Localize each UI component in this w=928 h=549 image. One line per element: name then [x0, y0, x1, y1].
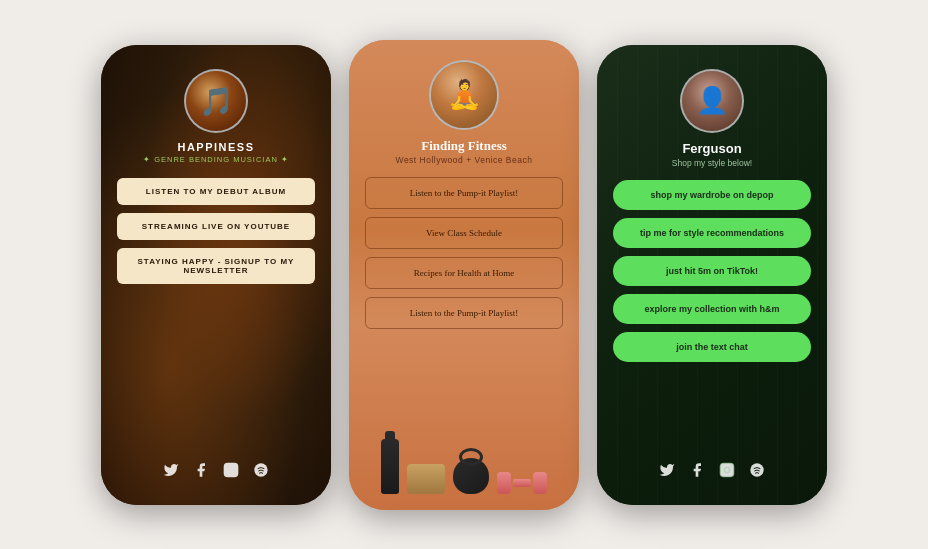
avatar	[184, 69, 248, 133]
instagram-icon[interactable]	[719, 462, 735, 481]
btn-playlist-1[interactable]: Listen to the Pump-it Playlist!	[365, 177, 563, 209]
wood-block	[407, 464, 445, 494]
btn-playlist-2[interactable]: Listen to the Pump-it Playlist!	[365, 297, 563, 329]
phones-container: HAPPINESS ✦ GENRE BENDING MUSICIAN ✦ LIS…	[81, 20, 847, 530]
profile-image: 🧘	[431, 62, 497, 128]
subtitle-text: GENRE BENDING MUSICIAN	[154, 155, 278, 164]
profile-subtitle: ✦ GENRE BENDING MUSICIAN ✦	[143, 155, 289, 164]
btn-tiktok[interactable]: just hit 5m on TikTok!	[613, 256, 811, 286]
dbell-plate-right	[533, 472, 547, 494]
profile-name: HAPPINESS	[177, 141, 254, 153]
phone-fashion: 👤 Ferguson Shop my style below! shop my …	[597, 45, 827, 505]
profile-name: Ferguson	[682, 141, 741, 156]
profile-name: Finding Fitness	[421, 138, 507, 154]
avatar: 👤	[680, 69, 744, 133]
profile-subtitle: Shop my style below!	[672, 158, 752, 168]
fitness-image-area	[365, 374, 563, 494]
phone-music: HAPPINESS ✦ GENRE BENDING MUSICIAN ✦ LIS…	[101, 45, 331, 505]
phone-2-content: 🧘 Finding Fitness West Hollywood + Venic…	[349, 40, 579, 510]
svg-point-2	[234, 465, 235, 466]
twitter-icon[interactable]	[659, 462, 675, 481]
facebook-icon[interactable]	[689, 462, 705, 481]
svg-point-5	[724, 467, 729, 472]
profile-image: 👤	[682, 71, 742, 131]
svg-point-1	[228, 467, 233, 472]
profile-subtitle: West Hollywood + Venice Beach	[396, 155, 533, 165]
deco-left: ✦	[143, 155, 151, 164]
kettlebell	[453, 458, 489, 494]
dbell-bar	[513, 479, 531, 487]
btn-debut-album[interactable]: LISTEN TO MY DEBUT ALBUM	[117, 178, 315, 205]
avatar: 🧘	[429, 60, 499, 130]
btn-streaming[interactable]: STREAMING LIVE ON YOUTUBE	[117, 213, 315, 240]
instagram-icon[interactable]	[223, 462, 239, 481]
twitter-icon[interactable]	[163, 462, 179, 481]
phone-1-content: HAPPINESS ✦ GENRE BENDING MUSICIAN ✦ LIS…	[101, 45, 331, 505]
spotify-icon[interactable]	[749, 462, 765, 481]
social-icons	[163, 462, 269, 489]
profile-image	[186, 71, 246, 131]
phone-fitness: 🧘 Finding Fitness West Hollywood + Venic…	[349, 40, 579, 510]
fitness-items	[381, 439, 547, 494]
btn-recipes[interactable]: Recipes for Health at Home	[365, 257, 563, 289]
facebook-icon[interactable]	[193, 462, 209, 481]
btn-depop[interactable]: shop my wardrobe on depop	[613, 180, 811, 210]
btn-tip[interactable]: tip me for style recommendations	[613, 218, 811, 248]
water-bottle	[381, 439, 399, 494]
btn-hm[interactable]: explore my collection with h&m	[613, 294, 811, 324]
dumbbell	[497, 472, 547, 494]
deco-right: ✦	[281, 155, 289, 164]
spotify-icon[interactable]	[253, 462, 269, 481]
svg-point-6	[730, 465, 731, 466]
btn-newsletter[interactable]: STAYING HAPPY - SIGNUP TO MY NEWSLETTER	[117, 248, 315, 284]
dbell-plate-left	[497, 472, 511, 494]
social-icons	[659, 462, 765, 489]
btn-class-schedule[interactable]: View Class Schedule	[365, 217, 563, 249]
phone-3-content: 👤 Ferguson Shop my style below! shop my …	[597, 45, 827, 505]
btn-chat[interactable]: join the text chat	[613, 332, 811, 362]
